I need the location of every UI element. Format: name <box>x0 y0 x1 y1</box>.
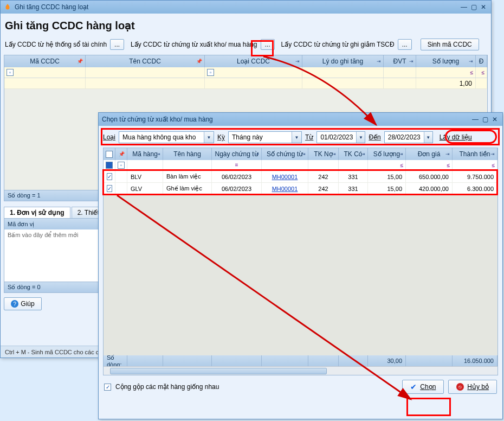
dialog-select-voucher: Chọn từ chứng từ xuất kho/ mua hàng — ▢ … <box>98 112 503 419</box>
close-icon[interactable]: ✕ <box>490 116 499 123</box>
btn-gen-code[interactable]: Sinh mã CCDC <box>421 39 479 50</box>
help-icon: ? <box>11 300 18 308</box>
dialog-grid-footer: Số dòng: 30,00 16.050.000 <box>104 355 497 366</box>
date-from[interactable]: 01/02/2023 ▼ <box>316 131 365 143</box>
combo-period[interactable]: Tháng này ▼ <box>228 131 302 143</box>
col-type: Loại CCDC⇥ <box>205 55 302 67</box>
table-row[interactable]: ✓GLVGhế làm việc06/02/2023MH000012423311… <box>104 183 497 195</box>
minimize-icon[interactable]: — <box>471 116 480 123</box>
cell-date: 06/02/2023 <box>212 171 262 182</box>
cell-dr: 242 <box>308 171 339 182</box>
chevron-down-icon[interactable]: ▼ <box>292 132 301 143</box>
btn-fetch-data[interactable]: Lấy dữ liệu <box>436 133 475 141</box>
chevron-down-icon[interactable]: ▼ <box>204 132 214 143</box>
label-src-asset: Lấy CCDC từ chứng từ ghi giảm TSCĐ <box>281 41 395 48</box>
dialog-title: Chọn từ chứng từ xuất kho/ mua hàng <box>102 116 470 123</box>
cell-cr: 331 <box>339 183 368 194</box>
cancel-icon: ⦸ <box>456 383 464 391</box>
page-title: Ghi tăng CCDC hàng loạt <box>1 14 491 39</box>
checkbox-all[interactable] <box>106 151 113 158</box>
cell-code: BLV <box>127 171 163 182</box>
cell-name: Ghế làm việc <box>163 183 212 194</box>
pin-icon[interactable]: ⇥ <box>295 59 300 64</box>
label-src-finance: Lấy CCDC từ hệ thống sổ tài chính <box>5 41 107 48</box>
minimize-icon[interactable]: — <box>460 3 468 11</box>
filter-box[interactable]: ▫ <box>7 69 14 76</box>
cell-qty: 15,00 <box>368 183 406 194</box>
pin-icon[interactable]: 📌 <box>196 59 202 64</box>
h-scrollbar[interactable] <box>104 366 497 375</box>
pin-icon[interactable]: ⇥ <box>409 59 413 64</box>
help-button[interactable]: ? Giúp <box>4 297 42 310</box>
label-merge: Cộng gộp các mặt hàng giống nhau <box>115 383 219 391</box>
col-more: Đ <box>476 55 487 67</box>
combo-type[interactable]: Mua hàng không qua kho ▼ <box>119 131 214 143</box>
tab-units[interactable]: 1. Đơn vị sử dụng <box>4 207 70 218</box>
cell-voucher[interactable]: MH00001 <box>262 183 308 194</box>
label-period: Kỳ <box>217 133 225 141</box>
maximize-icon[interactable]: ▢ <box>481 116 489 123</box>
row-checkbox[interactable]: ✓ <box>107 173 112 180</box>
col-code: Mã CCDC📌 <box>4 55 86 67</box>
table-row[interactable]: ✓BLVBàn làm việc06/02/2023MH000012423311… <box>104 171 497 183</box>
main-toolbar: Lấy CCDC từ hệ thống sổ tài chính ... Lấ… <box>1 39 491 55</box>
dialog-grid[interactable]: 📌 Mã hàng⇥ Tên hàng Ngày chứng từ⇥ Số ch… <box>103 148 498 375</box>
table-row[interactable]: 1,00 <box>4 78 487 89</box>
cell-voucher[interactable]: MH00001 <box>262 171 308 182</box>
check-icon: ✔ <box>410 382 417 391</box>
btn-src-stock[interactable]: ... <box>261 39 275 50</box>
main-grid-filter[interactable]: ▫ ▫ ≤ ≤ <box>4 67 487 78</box>
cell-cr: 331 <box>339 171 368 182</box>
cell-price: 650.000,00 <box>406 171 453 182</box>
cell-price: 420.000,00 <box>406 183 453 194</box>
filter-box[interactable] <box>106 162 113 169</box>
pin-icon[interactable]: ⇥ <box>469 59 473 64</box>
btn-src-asset[interactable]: ... <box>398 39 412 50</box>
filter-box[interactable]: ▫ <box>118 162 125 169</box>
maximize-icon[interactable]: ▢ <box>469 3 478 11</box>
cell-dr: 242 <box>308 183 339 194</box>
dialog-filter-bar: Loại Mua hàng không qua kho ▼ Kỳ Tháng n… <box>99 126 502 148</box>
cell-qty[interactable]: 1,00 <box>416 78 476 88</box>
main-titlebar[interactable]: Ghi tăng CCDC hàng loạt — ▢ ✕ <box>1 1 491 14</box>
dialog-footer: ✓ Cộng gộp các mặt hàng giống nhau ✔ Chọ… <box>99 375 502 398</box>
label-to: Đến <box>369 133 380 141</box>
pin-icon[interactable]: 📌 <box>119 151 125 157</box>
app-icon <box>4 3 11 11</box>
main-title: Ghi tăng CCDC hàng loạt <box>15 3 458 11</box>
label-type: Loại <box>103 133 115 141</box>
btn-src-finance[interactable]: ... <box>110 39 124 50</box>
dialog-titlebar[interactable]: Chọn từ chứng từ xuất kho/ mua hàng — ▢ … <box>99 113 502 126</box>
date-to[interactable]: 28/02/2023 ▼ <box>384 131 433 143</box>
filter-box[interactable]: ▫ <box>207 69 214 76</box>
checkbox-merge[interactable]: ✓ <box>104 384 111 391</box>
cell-qty: 15,00 <box>368 171 406 182</box>
pin-icon[interactable]: 📌 <box>77 59 83 64</box>
close-icon[interactable]: ✕ <box>479 3 488 11</box>
chevron-down-icon[interactable]: ▼ <box>356 132 365 143</box>
col-unit: ĐVT⇥ <box>384 55 416 67</box>
col-reason: Lý do ghi tăng⇥ <box>302 55 384 67</box>
pin-icon[interactable]: ⇥ <box>377 59 381 64</box>
label-src-stock: Lấy CCDC từ chứng từ xuất kho/ mua hàng <box>131 41 257 48</box>
col-qty: Số lượng⇥ <box>416 55 476 67</box>
cell-amount: 6.300.000 <box>453 183 497 194</box>
label-from: Từ <box>305 133 313 141</box>
cell-code: GLV <box>127 183 163 194</box>
dialog-grid-header: 📌 Mã hàng⇥ Tên hàng Ngày chứng từ⇥ Số ch… <box>104 148 497 160</box>
cancel-button[interactable]: ⦸ Hủy bỏ <box>448 380 497 394</box>
le-icon: ≤ <box>470 69 474 75</box>
chevron-down-icon[interactable]: ▼ <box>424 132 432 143</box>
cell-amount: 9.750.000 <box>453 171 497 182</box>
row-checkbox[interactable]: ✓ <box>107 185 112 192</box>
select-button[interactable]: ✔ Chọn <box>402 380 444 394</box>
cell-date: 06/02/2023 <box>212 183 262 194</box>
dialog-grid-body[interactable]: ✓BLVBàn làm việc06/02/2023MH000012423311… <box>104 171 497 355</box>
cell-name: Bàn làm việc <box>163 171 212 182</box>
dialog-grid-filter[interactable]: ▫ = ≤ ≤ ≤ <box>104 160 497 171</box>
col-name: Tên CCDC📌 <box>86 55 205 67</box>
main-grid-header: Mã CCDC📌 Tên CCDC📌 Loại CCDC⇥ Lý do ghi … <box>4 55 487 67</box>
